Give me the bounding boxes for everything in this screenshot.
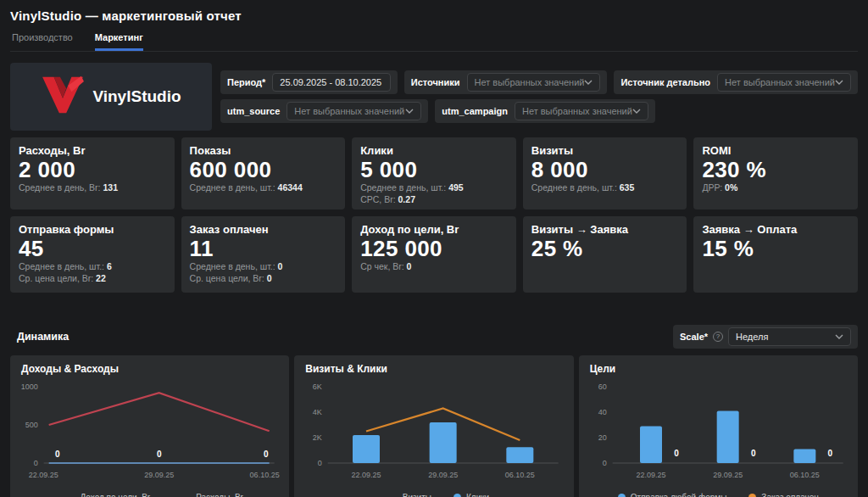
kpi-row-2: Отправка формы 45 Среднее в день, шт.: 6… bbox=[10, 216, 858, 293]
kpi-card: Заявка → Оплата 15 % bbox=[693, 216, 858, 293]
kpi-card: Показы 600 000 Среднее в день, шт.: 4634… bbox=[181, 137, 346, 209]
tab-bar: Производство Маркетинг bbox=[10, 32, 858, 52]
visits-clicks-plot: 02K4K6K22.09.2529.09.2506.10.25 bbox=[301, 375, 566, 492]
page-title: VinylStudio — маркетинговый отчет bbox=[10, 8, 858, 23]
svg-text:2K: 2K bbox=[313, 433, 322, 442]
legend-label: Заказ оплачен bbox=[761, 493, 818, 497]
svg-text:29.09.25: 29.09.25 bbox=[144, 471, 174, 479]
chevron-down-icon bbox=[584, 80, 593, 85]
kpi-title: Доход по цели, Br bbox=[360, 223, 508, 237]
chart-card-visits-clicks: Визиты & Клики 02K4K6K22.09.2529.09.2506… bbox=[294, 355, 573, 497]
dashboard-page: VinylStudio — маркетинговый отчет Произв… bbox=[0, 0, 868, 497]
svg-text:4K: 4K bbox=[313, 408, 322, 416]
chevron-down-icon bbox=[405, 109, 414, 114]
goals-plot: 020406000022.09.2529.09.2506.10.25 bbox=[586, 375, 851, 492]
chart-legend: ВизитыКлики bbox=[301, 493, 566, 497]
legend-item[interactable]: Клики bbox=[453, 493, 489, 497]
source-detail-filter: Источник детально Нет выбранных значений bbox=[614, 70, 858, 94]
kpi-card: Заказ оплачен 11 Среднее в день, шт.: 0 … bbox=[181, 216, 346, 293]
svg-text:6K: 6K bbox=[313, 383, 322, 391]
legend-label: Доход по цели, Br bbox=[80, 493, 150, 497]
scale-label: Scale* bbox=[680, 332, 708, 342]
kpi-row-1: Расходы, Br 2 000 Среднее в день, Br: 13… bbox=[10, 137, 858, 209]
kpi-card: Доход по цели, Br 125 000 Ср чек, Br: 0 bbox=[352, 216, 516, 293]
kpi-title: Заявка → Оплата bbox=[702, 223, 849, 237]
legend-item[interactable]: Отправка любой формы bbox=[618, 493, 727, 497]
source-detail-placeholder: Нет выбранных значений bbox=[725, 77, 835, 87]
kpi-card: ROMI 230 % ДРР: 0% bbox=[693, 137, 858, 209]
utm-source-filter: utm_source Нет выбранных значений bbox=[220, 99, 428, 123]
svg-text:29.09.25: 29.09.25 bbox=[428, 471, 458, 479]
period-value: 25.09.2025 - 08.10.2025 bbox=[280, 77, 381, 87]
kpi-value: 230 % bbox=[702, 158, 849, 182]
filter-row-2: utm_source Нет выбранных значений utm_ca… bbox=[220, 99, 858, 123]
utm-source-select[interactable]: Нет выбранных значений bbox=[287, 102, 421, 120]
kpi-card: Визиты 8 000 Среднее в день, шт.: 635 bbox=[523, 137, 687, 209]
legend-item[interactable]: Доход по цели, Br bbox=[56, 493, 150, 497]
kpi-value: 5 000 bbox=[360, 158, 508, 182]
vinylstudio-logo-icon bbox=[41, 75, 85, 119]
help-icon[interactable]: ? bbox=[713, 332, 723, 342]
scale-select[interactable]: Неделя bbox=[728, 327, 851, 346]
legend-dot-swatch bbox=[618, 494, 626, 497]
svg-text:06.10.25: 06.10.25 bbox=[250, 471, 280, 479]
period-input[interactable]: 25.09.2025 - 08.10.2025 bbox=[272, 73, 390, 92]
chart-title: Доходы & Расходы bbox=[21, 363, 282, 375]
chevron-down-icon bbox=[835, 334, 843, 339]
chart-card-revenue-expenses: Доходы & Расходы 0500100000022.09.2529.0… bbox=[10, 355, 289, 497]
svg-text:29.09.25: 29.09.25 bbox=[713, 471, 743, 479]
legend-label: Визиты bbox=[403, 493, 431, 497]
logo-text: VinylStudio bbox=[92, 87, 181, 106]
svg-text:0: 0 bbox=[264, 450, 269, 459]
period-label: Период* bbox=[227, 77, 265, 87]
kpi-title: Показы bbox=[190, 144, 337, 158]
kpi-subline: Среднее в день, шт.: 46344 bbox=[190, 182, 337, 194]
chevron-down-icon bbox=[632, 109, 641, 114]
charts-row: Доходы & Расходы 0500100000022.09.2529.0… bbox=[10, 355, 858, 497]
kpi-title: ROMI bbox=[702, 144, 849, 158]
svg-text:0: 0 bbox=[34, 459, 38, 467]
svg-text:22.09.25: 22.09.25 bbox=[636, 471, 665, 479]
period-filter: Период* 25.09.2025 - 08.10.2025 bbox=[220, 70, 398, 94]
utm-campaign-select[interactable]: Нет выбранных значений bbox=[515, 102, 648, 120]
legend-item[interactable]: Визиты bbox=[379, 493, 431, 497]
legend-label: Отправка любой формы bbox=[631, 493, 727, 497]
svg-text:20: 20 bbox=[598, 433, 606, 442]
kpi-subline: Среднее в день, шт.: 0 bbox=[190, 261, 337, 273]
svg-text:60: 60 bbox=[598, 383, 606, 391]
kpi-value: 15 % bbox=[702, 237, 849, 261]
legend-dot-swatch bbox=[453, 494, 461, 497]
kpi-value: 25 % bbox=[531, 237, 679, 261]
tab-production[interactable]: Производство bbox=[12, 32, 73, 51]
kpi-title: Заказ оплачен bbox=[190, 223, 337, 237]
chart-title: Цели bbox=[590, 363, 851, 375]
kpi-title: Расходы, Br bbox=[19, 144, 166, 158]
chart-title: Визиты & Клики bbox=[305, 363, 566, 375]
svg-text:06.10.25: 06.10.25 bbox=[505, 471, 535, 479]
sources-select[interactable]: Нет выбранных значений bbox=[467, 73, 601, 92]
legend-item[interactable]: Заказ оплачен bbox=[748, 493, 818, 497]
svg-text:500: 500 bbox=[25, 421, 38, 429]
source-detail-label: Источник детально bbox=[620, 77, 710, 87]
scale-value: Неделя bbox=[736, 332, 768, 342]
svg-text:0: 0 bbox=[751, 449, 756, 458]
sources-label: Источники bbox=[411, 77, 460, 87]
kpi-value: 2 000 bbox=[19, 158, 166, 182]
legend-item[interactable]: Расходы, Br bbox=[172, 493, 243, 497]
utm-campaign-label: utm_campaign bbox=[442, 106, 508, 116]
dynamics-header: Динамика Scale* ? Неделя bbox=[10, 325, 858, 349]
utm-source-placeholder: Нет выбранных значений bbox=[294, 106, 405, 116]
kpi-subline: Среднее в день, Br: 131 bbox=[19, 182, 166, 194]
kpi-card: Клики 5 000 Среднее в день, шт.: 495 CPC… bbox=[352, 137, 516, 209]
svg-text:1000: 1000 bbox=[21, 383, 38, 391]
legend-label: Расходы, Br bbox=[196, 493, 243, 497]
kpi-value: 45 bbox=[19, 237, 166, 261]
kpi-subline: Ср. цена цели, Br: 22 bbox=[19, 273, 166, 285]
sources-placeholder: Нет выбранных значений bbox=[475, 77, 585, 87]
kpi-subline: Ср. цена цели, Br: 0 bbox=[190, 273, 337, 285]
chart-legend: Доход по цели, BrРасходы, Br bbox=[17, 493, 282, 497]
kpi-subline: CPC, Br: 0.27 bbox=[360, 194, 508, 206]
tab-marketing[interactable]: Маркетинг bbox=[95, 32, 143, 51]
svg-text:22.09.25: 22.09.25 bbox=[352, 471, 381, 479]
source-detail-select[interactable]: Нет выбранных значений bbox=[717, 73, 851, 92]
